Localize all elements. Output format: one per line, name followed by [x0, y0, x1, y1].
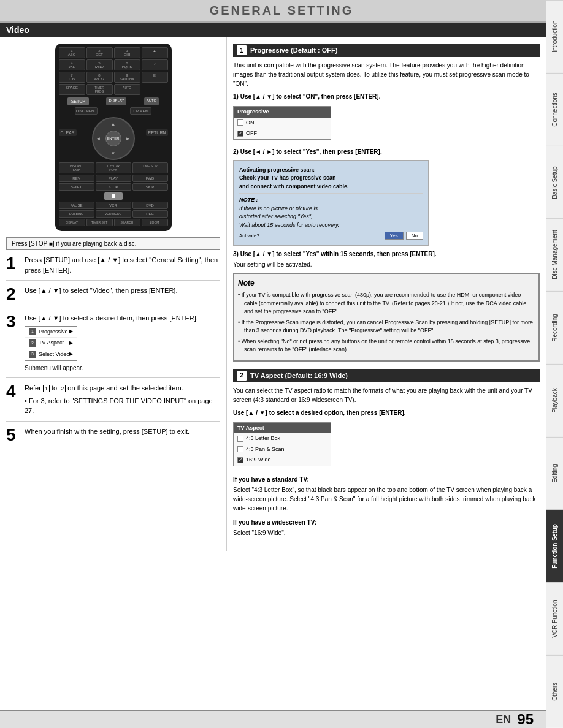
- sidebar-tab-basic-setup[interactable]: Basic Setup: [546, 146, 563, 219]
- sidebar-tab-recording[interactable]: Recording: [546, 291, 563, 364]
- menu-item-label-selectvideo: Select Video: [39, 351, 69, 359]
- wide-checkbox[interactable]: ✓: [237, 457, 243, 463]
- remote-disc-menu[interactable]: DISC MENU: [75, 107, 98, 115]
- page-title: GENERAL SETTING: [0, 0, 563, 23]
- progressive-intro: This unit is compatible with the progres…: [233, 61, 540, 88]
- remote-btn-8[interactable]: 8WXYZ: [86, 72, 113, 83]
- main-content: Video 1ABC 2DEF 3GHI ▲ 4JKL 5MNO 6PQRS ✓: [0, 23, 546, 551]
- dpad-right[interactable]: ►: [124, 134, 132, 143]
- menu-item-progressive[interactable]: 1 Progressive ▶: [25, 327, 77, 338]
- progressive-off-item[interactable]: ✓ OFF: [234, 128, 331, 139]
- remote-display-btn[interactable]: DISPLAY: [106, 97, 126, 105]
- step-5-number: 5: [6, 427, 25, 444]
- dialog-activate-label: Activate?: [239, 232, 259, 240]
- remote-btn-7[interactable]: 7TUV: [59, 72, 85, 83]
- remote-dubbing[interactable]: DUBBING: [59, 210, 94, 218]
- dpad-up[interactable]: ▲: [109, 119, 118, 128]
- remote-btn-up[interactable]: ▲: [142, 47, 168, 58]
- remote-rev[interactable]: REV: [59, 175, 94, 182]
- progressive-on-item[interactable]: ON: [234, 118, 331, 129]
- remote-btn-check[interactable]: ✓: [142, 59, 168, 70]
- remote-timer-set[interactable]: TIMER SET: [86, 219, 113, 226]
- menu-arrow-3: ▶: [69, 351, 73, 358]
- remote-rec[interactable]: REC: [132, 210, 168, 218]
- remote-control: 1ABC 2DEF 3GHI ▲ 4JKL 5MNO 6PQRS ✓ 7TUV …: [55, 44, 172, 231]
- sidebar-tab-function-setup[interactable]: Function Setup: [546, 510, 563, 583]
- panscan-checkbox[interactable]: [237, 446, 243, 452]
- remote-play[interactable]: 1.2x/0.8xPLAY: [96, 162, 131, 173]
- remote-pause[interactable]: PAUSE: [59, 202, 94, 209]
- note-item-1: • If your TV is compatible with progress…: [238, 291, 535, 316]
- remote-enter-btn[interactable]: ENTER: [105, 131, 121, 146]
- menu-item-num-1: 1: [29, 328, 36, 335]
- menu-item-selectvideo[interactable]: 3 Select Video ▶: [25, 349, 77, 361]
- progressive-step3-sub: Your setting will be activated.: [233, 260, 540, 269]
- left-column: 1ABC 2DEF 3GHI ▲ 4JKL 5MNO 6PQRS ✓ 7TUV …: [0, 37, 227, 551]
- remote-shift[interactable]: SHIFT: [59, 183, 94, 191]
- dialog-note-label: NOTE :: [239, 197, 258, 203]
- remote-clear-btn[interactable]: CLEAR: [59, 129, 77, 136]
- sidebar-tab-playback[interactable]: Playback: [546, 364, 563, 437]
- remote-btn-timer[interactable]: TIMERPROG: [86, 84, 113, 95]
- remote-btn-space[interactable]: SPACE: [59, 84, 85, 95]
- if-wide-body: Select "16:9 Wide".: [233, 528, 540, 537]
- if-standard-section: If you have a standard TV: Select "4:3 L…: [233, 475, 540, 513]
- remote-top-menu[interactable]: TOP MENU: [130, 107, 151, 115]
- remote-time-slip[interactable]: TIME SLIP: [132, 162, 168, 173]
- sidebar-tab-connections[interactable]: Connections: [546, 73, 563, 146]
- wide-item[interactable]: ✓ 16:9 Wide: [234, 455, 331, 466]
- sidebar-tab-vcr-function[interactable]: VCR Function: [546, 582, 563, 655]
- dialog-no-btn[interactable]: No: [406, 232, 423, 240]
- remote-vcr-mode[interactable]: VCR MODE: [96, 210, 131, 218]
- dpad-left[interactable]: ◄: [94, 134, 103, 143]
- menu-item-tvaspect[interactable]: 2 TV Aspect ▶: [25, 338, 77, 349]
- remote-fwd[interactable]: FWD: [132, 175, 168, 182]
- right-column: 1 Progressive (Default : OFF) This unit …: [227, 37, 546, 551]
- dpad-down[interactable]: ▼: [109, 149, 118, 157]
- remote-btn-5[interactable]: 5MNO: [86, 59, 113, 70]
- panscan-item[interactable]: 4:3 Pan & Scan: [234, 444, 331, 455]
- remote-play-btn[interactable]: PLAY: [96, 175, 131, 182]
- step-4-number: 4: [6, 383, 25, 416]
- remote-auto-btn[interactable]: AUTO: [144, 97, 159, 105]
- section-progressive-label: Progressive (Default : OFF): [250, 47, 337, 54]
- remote-stop-square[interactable]: [104, 192, 123, 200]
- remote-vcr[interactable]: VCR: [96, 202, 131, 209]
- remote-display2[interactable]: DISPLAY: [59, 219, 85, 226]
- sidebar-tab-introduction[interactable]: Introduction: [546, 0, 563, 73]
- progressive-on-checkbox[interactable]: [237, 119, 243, 126]
- step-2-number: 2: [6, 286, 25, 303]
- remote-btn-6[interactable]: 6PQRS: [114, 59, 140, 70]
- remote-btn-e[interactable]: E: [142, 72, 168, 83]
- dialog-note: NOTE : If there is no picture or picture…: [239, 196, 423, 229]
- remote-btn-1[interactable]: 1ABC: [59, 47, 85, 58]
- tvaspect-step1: Use [▲ / ▼] to select a desired option, …: [233, 408, 540, 417]
- if-wide-title: If you have a widescreen TV:: [233, 518, 540, 527]
- remote-skip[interactable]: SKIP: [132, 183, 168, 191]
- remote-btn-3[interactable]: 3GHI: [114, 47, 140, 58]
- remote-dpad[interactable]: ▲ ▼ ◄ ► ENTER: [92, 117, 135, 160]
- step-1-number: 1: [6, 255, 25, 275]
- remote-search[interactable]: SEARCH: [114, 219, 140, 226]
- menu-arrow-2: ▶: [69, 339, 73, 347]
- remote-stop[interactable]: STOP: [96, 183, 131, 191]
- remote-btn-9[interactable]: 9SATLINK: [114, 72, 140, 83]
- letterbox-checkbox[interactable]: [237, 436, 243, 442]
- letterbox-item[interactable]: 4:3 Letter Box: [234, 433, 331, 444]
- sidebar-tab-disc-management[interactable]: Disc Management: [546, 218, 563, 291]
- dialog-yes-btn[interactable]: Yes: [385, 232, 404, 240]
- remote-btn-auto[interactable]: AUTO: [114, 84, 140, 95]
- remote-zoom[interactable]: ZOOM: [142, 219, 168, 226]
- sidebar-tab-editing[interactable]: Editing: [546, 437, 563, 510]
- remote-setup-btn[interactable]: SETUP: [67, 97, 89, 105]
- tvaspect-intro: You can select the TV aspect ratio to ma…: [233, 386, 540, 404]
- sidebar-tab-others[interactable]: Others: [546, 655, 563, 728]
- remote-btn-4[interactable]: 4JKL: [59, 59, 85, 70]
- note-title: Note: [238, 278, 535, 289]
- remote-instant[interactable]: INSTANTSKIP: [59, 162, 94, 173]
- sidebar: Introduction Connections Basic Setup Dis…: [546, 0, 563, 728]
- progressive-off-checkbox[interactable]: ✓: [237, 131, 243, 137]
- remote-return-btn[interactable]: RETURN: [146, 129, 167, 136]
- remote-btn-2[interactable]: 2DEF: [86, 47, 113, 58]
- remote-dvd[interactable]: DVD: [132, 202, 168, 209]
